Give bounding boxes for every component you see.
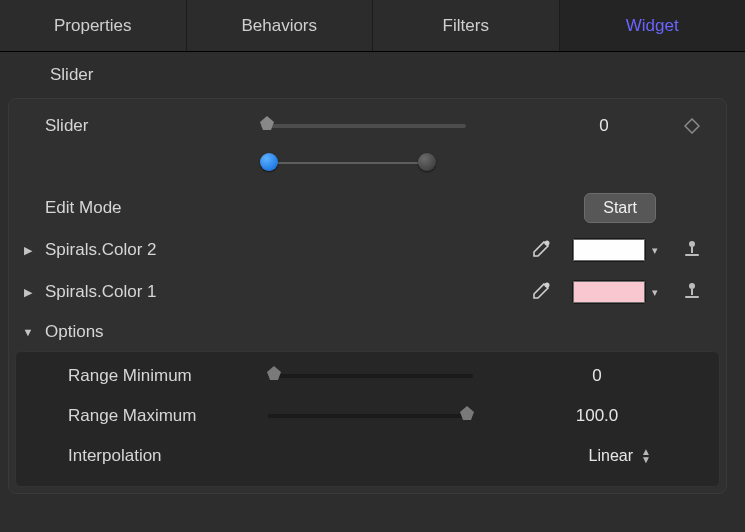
- color-well[interactable]: ▾: [572, 280, 658, 304]
- svg-rect-6: [691, 289, 693, 295]
- tab-filters[interactable]: Filters: [373, 0, 560, 51]
- svg-point-0: [545, 241, 550, 246]
- animation-menu-icon[interactable]: [681, 279, 703, 305]
- range-min-value[interactable]: 0: [537, 366, 657, 386]
- svg-rect-7: [685, 296, 699, 298]
- edit-mode-row: Edit Mode Start: [9, 187, 726, 229]
- slider-range-row: [9, 147, 726, 183]
- disclosure-triangle-icon[interactable]: [23, 326, 34, 338]
- inspector-tabs: Properties Behaviors Filters Widget: [0, 0, 745, 52]
- param-row-color2: Spirals.Color 2 ▾: [9, 229, 726, 271]
- range-max-row: Range Maximum 100.0: [16, 396, 719, 436]
- inspector-panel: Slider Slider 0: [0, 52, 745, 494]
- param-label: Spirals.Color 2: [41, 240, 291, 260]
- slider-track[interactable]: [261, 124, 466, 128]
- slider-range-start-handle[interactable]: [260, 153, 278, 171]
- range-max-value[interactable]: 100.0: [537, 406, 657, 426]
- interpolation-value: Linear: [589, 447, 633, 465]
- chevron-down-icon[interactable]: ▾: [652, 286, 658, 299]
- slider-thumb-icon[interactable]: [458, 404, 476, 422]
- keyframe-diamond-icon[interactable]: [684, 118, 700, 134]
- section-header: Slider: [8, 52, 727, 98]
- edit-mode-label: Edit Mode: [41, 198, 261, 218]
- slider-range-line: [269, 162, 427, 164]
- svg-point-5: [689, 283, 695, 289]
- range-min-row: Range Minimum 0: [16, 356, 719, 396]
- options-card: Range Minimum 0 Range Maximum: [15, 351, 720, 487]
- widget-card: Slider 0: [8, 98, 727, 494]
- svg-point-1: [689, 241, 695, 247]
- options-header-row: Options: [9, 313, 726, 351]
- disclosure-triangle-icon[interactable]: [24, 244, 32, 257]
- options-header: Options: [41, 322, 261, 342]
- disclosure-triangle-icon[interactable]: [24, 286, 32, 299]
- eyedropper-icon[interactable]: [522, 281, 558, 303]
- tab-properties[interactable]: Properties: [0, 0, 187, 51]
- range-max-label: Range Maximum: [48, 406, 268, 426]
- color-well[interactable]: ▾: [572, 238, 658, 262]
- tab-behaviors[interactable]: Behaviors: [187, 0, 374, 51]
- slider-label: Slider: [41, 116, 261, 136]
- animation-menu-icon[interactable]: [681, 237, 703, 263]
- range-max-track[interactable]: [268, 414, 473, 418]
- slider-range-end-handle[interactable]: [418, 153, 436, 171]
- tab-widget[interactable]: Widget: [560, 0, 746, 51]
- slider-row: Slider 0: [9, 105, 726, 147]
- stepper-updown-icon: ▲▼: [641, 448, 651, 464]
- svg-rect-3: [685, 254, 699, 256]
- interpolation-row: Interpolation Linear ▲▼: [16, 436, 719, 476]
- svg-point-4: [545, 283, 550, 288]
- svg-rect-2: [691, 247, 693, 253]
- edit-mode-start-button[interactable]: Start: [584, 193, 656, 223]
- range-min-track[interactable]: [268, 374, 473, 378]
- eyedropper-icon[interactable]: [522, 239, 558, 261]
- range-min-label: Range Minimum: [48, 366, 268, 386]
- param-row-color1: Spirals.Color 1 ▾: [9, 271, 726, 313]
- chevron-down-icon[interactable]: ▾: [652, 244, 658, 257]
- color-swatch[interactable]: [572, 280, 646, 304]
- color-swatch[interactable]: [572, 238, 646, 262]
- interpolation-label: Interpolation: [48, 446, 268, 466]
- param-label: Spirals.Color 1: [41, 282, 291, 302]
- interpolation-popup[interactable]: Linear ▲▼: [589, 447, 651, 465]
- slider-range-handles[interactable]: [261, 153, 466, 183]
- slider-value[interactable]: 0: [544, 116, 664, 136]
